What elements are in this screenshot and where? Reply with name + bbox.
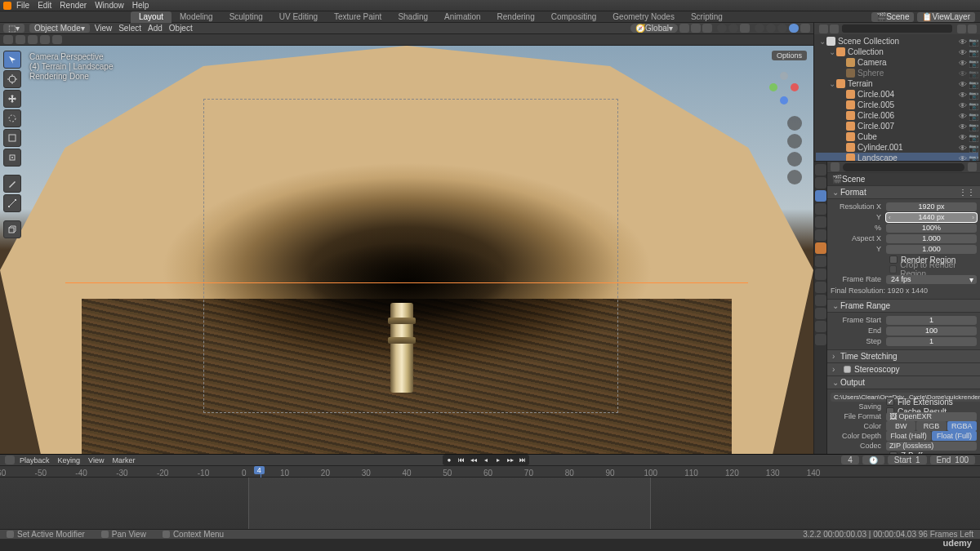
- outliner-row[interactable]: Circle.006👁📷: [816, 110, 978, 121]
- outliner-row[interactable]: Circle.004👁📷: [816, 89, 978, 100]
- solid-shading[interactable]: [766, 24, 776, 33]
- orientation-dropdown[interactable]: 🧭 Global ▾: [630, 24, 678, 33]
- format-panel-header[interactable]: ⌄Format⋮⋮: [827, 186, 980, 199]
- scene-tab-icon[interactable]: [815, 216, 826, 228]
- checkbox[interactable]: [889, 256, 898, 264]
- overlay-toggle[interactable]: [728, 24, 738, 33]
- scale-tool[interactable]: [3, 129, 21, 147]
- aspect-x-field[interactable]: 1.000: [886, 234, 977, 243]
- outliner-row[interactable]: Camera👁📷: [816, 57, 978, 68]
- wireframe-shading[interactable]: [755, 24, 764, 33]
- file-format-dropdown[interactable]: 🖼 OpenEXR: [886, 412, 977, 421]
- material-tab-icon[interactable]: [815, 321, 826, 332]
- workspace-tab-uv-editing[interactable]: UV Editing: [271, 11, 326, 23]
- modifier-tab-icon[interactable]: [815, 256, 826, 267]
- --field[interactable]: 100%: [886, 224, 977, 233]
- step-field[interactable]: 1: [886, 337, 977, 346]
- start-frame-field[interactable]: Start 1: [888, 455, 927, 464]
- mode-dropdown[interactable]: Object Mode ▾: [29, 24, 90, 33]
- current-frame-field[interactable]: 4: [841, 455, 859, 464]
- snap-icon[interactable]: [691, 24, 701, 33]
- 3d-viewport[interactable]: Camera Perspective (4) Terrain | Landsca…: [0, 46, 813, 454]
- workspace-tab-shading[interactable]: Shading: [390, 11, 436, 23]
- play-icon[interactable]: ▸: [492, 455, 504, 464]
- x-axis-icon[interactable]: [791, 83, 799, 91]
- workspace-tab-scripting[interactable]: Scripting: [683, 11, 731, 23]
- origin-icon[interactable]: [40, 35, 50, 44]
- stereoscopy-header[interactable]: ›Stereoscopy: [827, 363, 980, 376]
- select-menu[interactable]: Select: [118, 24, 141, 33]
- navigation-gizmo[interactable]: [764, 69, 804, 108]
- object-menu[interactable]: Object: [169, 24, 193, 33]
- workspace-tab-layout[interactable]: Layout: [131, 11, 172, 23]
- outliner-row[interactable]: Circle.005👁📷: [816, 100, 978, 110]
- view-layer-tab-icon[interactable]: [815, 203, 826, 215]
- y-field[interactable]: ‹1440 px›: [886, 213, 977, 222]
- outliner-row[interactable]: Sphere👁📷: [816, 68, 978, 78]
- view-layer-selector[interactable]: 📋 ViewLayer: [917, 12, 975, 22]
- checkbox[interactable]: ✓: [886, 398, 894, 406]
- jump-end-icon[interactable]: ⏭: [517, 455, 528, 464]
- timeline-ruler[interactable]: -60-50-40-30-20-100102030405060708090100…: [0, 466, 980, 478]
- menu-help[interactable]: Help: [132, 1, 149, 10]
- outliner-row[interactable]: Cube👁📷: [816, 131, 978, 142]
- world-tab-icon[interactable]: [815, 229, 826, 241]
- timeline-body[interactable]: [0, 478, 980, 529]
- select-box-icon[interactable]: [3, 35, 13, 44]
- xray-icon[interactable]: [740, 24, 750, 33]
- pivot-icon[interactable]: [679, 24, 689, 33]
- resolution-x-field[interactable]: 1920 px: [886, 202, 977, 211]
- select-tool-icon[interactable]: [16, 35, 25, 44]
- workspace-tab-rendering[interactable]: Rendering: [489, 11, 543, 23]
- preview-range-icon[interactable]: 🕐: [862, 455, 884, 464]
- options-button[interactable]: Options: [772, 51, 807, 60]
- outliner-row[interactable]: Cylinder.001👁📷: [816, 142, 978, 153]
- prev-key-icon[interactable]: ◂◂: [468, 455, 479, 464]
- props-type-icon[interactable]: [831, 162, 840, 171]
- frame-range-header[interactable]: ⌄Frame Range: [827, 300, 980, 313]
- texture-tab-icon[interactable]: [815, 334, 826, 345]
- workspace-tab-geometry-nodes[interactable]: Geometry Nodes: [604, 11, 683, 23]
- depth-button[interactable]: Float (Full): [932, 431, 977, 441]
- checkbox[interactable]: [889, 451, 898, 454]
- time-stretching-header[interactable]: ›Time Stretching: [827, 350, 980, 363]
- checkbox[interactable]: [889, 265, 897, 273]
- workspace-tab-texture-paint[interactable]: Texture Paint: [326, 11, 390, 23]
- keying-menu[interactable]: Keying: [58, 456, 81, 464]
- frame-start-field[interactable]: 1: [886, 316, 977, 325]
- end-field[interactable]: 100: [886, 327, 977, 335]
- workspace-tab-compositing[interactable]: Compositing: [543, 11, 605, 23]
- codec-dropdown[interactable]: ZIP (lossless): [886, 442, 977, 451]
- camera-icon[interactable]: [787, 152, 802, 167]
- scene-selector[interactable]: 🎬 Scene: [871, 12, 914, 22]
- physics-tab-icon[interactable]: [815, 282, 826, 293]
- next-key-icon[interactable]: ▸▸: [505, 455, 516, 464]
- workspace-tab-modeling[interactable]: Modeling: [172, 11, 221, 23]
- menu-window[interactable]: Window: [95, 1, 124, 10]
- playback-menu[interactable]: Playback: [20, 456, 50, 464]
- perspective-icon[interactable]: [787, 170, 802, 184]
- marker-menu[interactable]: Marker: [112, 456, 135, 464]
- rendered-shading[interactable]: [789, 24, 799, 33]
- transform-tool[interactable]: [3, 149, 21, 167]
- properties-search[interactable]: [843, 163, 964, 171]
- rotate-tool[interactable]: [3, 109, 21, 127]
- list-icon[interactable]: ⋮⋮: [959, 188, 975, 197]
- timeline-view-menu[interactable]: View: [88, 456, 104, 464]
- output-tab-icon[interactable]: [815, 190, 826, 202]
- zoom-icon[interactable]: [787, 116, 802, 131]
- workspace-tab-sculpting[interactable]: Sculpting: [221, 11, 271, 23]
- outliner-row[interactable]: ⌄Terrain👁📷: [816, 78, 978, 89]
- proportional-icon[interactable]: [702, 24, 712, 33]
- pin-icon[interactable]: [968, 162, 977, 171]
- transform-icon[interactable]: [52, 35, 62, 44]
- shading-options-icon[interactable]: [800, 24, 810, 33]
- select-tool[interactable]: [3, 51, 21, 69]
- outliner-row[interactable]: ⌄Scene Collection👁📷: [816, 36, 978, 47]
- menu-file[interactable]: File: [16, 1, 29, 10]
- pan-icon[interactable]: [787, 134, 802, 149]
- outliner-tree[interactable]: ⌄Scene Collection👁📷⌄Collection👁📷Camera👁📷…: [814, 34, 980, 161]
- add-cube-tool[interactable]: [3, 220, 21, 238]
- editor-icon[interactable]: [5, 455, 15, 464]
- output-panel-header[interactable]: ⌄Output: [827, 376, 980, 389]
